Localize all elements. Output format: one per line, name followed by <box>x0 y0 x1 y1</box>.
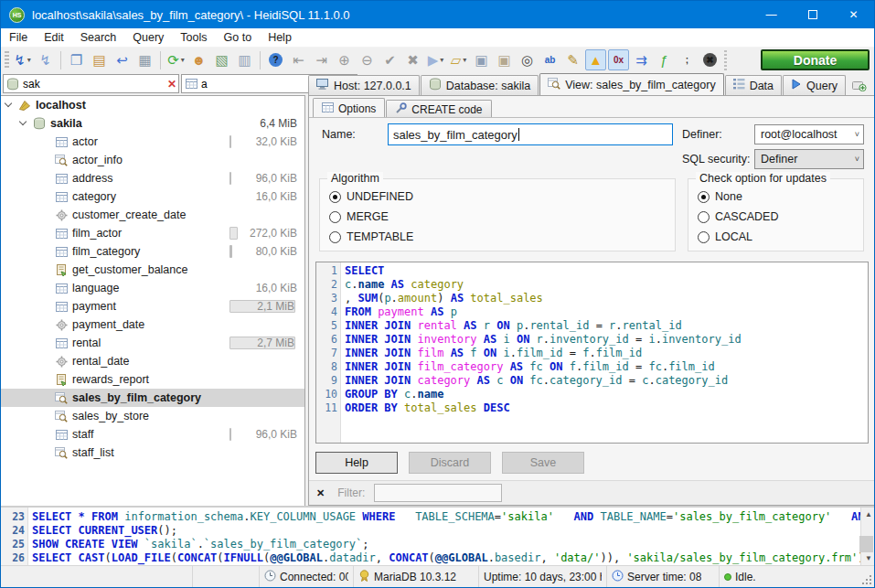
disconnect-icon[interactable]: ↯ <box>35 49 56 70</box>
menu-item-tools[interactable]: Tools <box>172 28 215 47</box>
tree-item-rewards_report[interactable]: rewards_report <box>1 370 304 389</box>
subtab-options[interactable]: Options <box>313 98 385 118</box>
save-sql-as-icon[interactable]: ▣ <box>494 49 515 70</box>
undo-icon[interactable]: ↩ <box>112 49 133 70</box>
blob-warning-icon[interactable]: ▲ <box>585 49 606 70</box>
refresh-icon[interactable]: ⟳▾ <box>165 49 187 70</box>
find-text-icon[interactable]: ◎ <box>517 49 538 70</box>
query-parameters-icon[interactable]: ƒ <box>654 49 675 70</box>
tree-item-language[interactable]: language16,0 KiB <box>1 279 304 297</box>
hex-view-icon[interactable]: 0x <box>608 49 629 70</box>
tree-item-localhost[interactable]: localhost <box>1 96 304 114</box>
tab-query[interactable]: Query <box>783 75 846 95</box>
tree-item-sales_by_film_category[interactable]: sales_by_film_category <box>1 389 304 407</box>
algorithm-radio-undefined[interactable]: UNDEFINED <box>329 187 666 207</box>
first-record-icon[interactable]: ⇤ <box>288 49 309 70</box>
sql-security-select[interactable]: Definer˅ <box>754 149 864 169</box>
revert-changes-icon[interactable]: ✖ <box>402 49 423 70</box>
reformat-sql-icon[interactable]: ✎ <box>562 49 583 70</box>
tree-item-staff[interactable]: staff96,0 KiB <box>1 425 304 444</box>
tab-view-sales-by-film-category[interactable]: View: sales_by_film_category <box>539 73 723 95</box>
run-query-icon[interactable]: ▶▾ <box>425 49 446 70</box>
help-button[interactable]: Help <box>315 452 398 474</box>
expand-caret-icon[interactable] <box>19 119 27 126</box>
tab-data[interactable]: Data <box>725 75 782 95</box>
maximize-button[interactable] <box>792 1 833 28</box>
tree-item-actor[interactable]: actor32,0 KiB <box>1 133 304 151</box>
delimiter-icon[interactable]: ; <box>677 49 698 70</box>
database-filter[interactable]: ✕ <box>3 74 179 93</box>
dropdown-caret-icon[interactable]: ▾ <box>463 56 466 64</box>
copy-table-icon[interactable]: ▥ <box>234 49 255 70</box>
delete-record-icon[interactable]: ⊖ <box>357 49 378 70</box>
toolbar-grip[interactable] <box>5 51 9 69</box>
database-filter-input[interactable] <box>23 78 165 91</box>
dropdown-caret-icon[interactable]: ▾ <box>181 56 185 64</box>
menu-item-search[interactable]: Search <box>72 28 125 47</box>
check-option-radio-none[interactable]: None <box>698 187 854 207</box>
user-manager-icon[interactable]: ☻ <box>188 49 209 70</box>
tree-item-payment[interactable]: payment2,1 MiB <box>1 297 304 315</box>
algorithm-radio-temptable[interactable]: TEMPTABLE <box>329 227 666 247</box>
minimize-button[interactable]: — <box>751 1 792 28</box>
post-changes-icon[interactable]: ✔ <box>379 49 400 70</box>
discard-button[interactable]: Discard <box>409 452 491 474</box>
definer-select[interactable]: root@localhost˅ <box>754 124 864 144</box>
menu-item-edit[interactable]: Edit <box>36 28 72 47</box>
tree-item-actor_info[interactable]: actor_info <box>1 151 304 169</box>
donate-button[interactable]: Donate <box>761 49 870 70</box>
tree-item-rental[interactable]: rental2,7 MiB <box>1 334 304 352</box>
scroll-up-icon[interactable]: ▲ <box>861 508 875 521</box>
tree-item-film_category[interactable]: film_category80,0 KiB <box>1 242 304 261</box>
check-option-radio-local[interactable]: LOCAL <box>698 227 854 247</box>
scroll-down-icon[interactable]: ▼ <box>861 551 875 565</box>
close-filter-icon[interactable]: ✕ <box>316 487 325 499</box>
tree-item-sales_by_store[interactable]: sales_by_store <box>1 407 304 425</box>
menu-item-file[interactable]: File <box>1 28 36 47</box>
close-button[interactable]: ✕ <box>833 1 874 28</box>
menu-item-query[interactable]: Query <box>124 28 172 47</box>
last-record-icon[interactable]: ⇥ <box>311 49 332 70</box>
tree-item-sakila[interactable]: sakila6,4 MiB <box>1 114 304 133</box>
save-button[interactable]: Save <box>502 452 584 474</box>
copy-icon[interactable]: ❐ <box>66 49 87 70</box>
paste-icon[interactable]: ▤ <box>89 49 110 70</box>
tree-item-address[interactable]: address96,0 KiB <box>1 169 304 187</box>
filter-input[interactable] <box>374 484 502 502</box>
dropdown-caret-icon[interactable]: ▾ <box>27 56 31 64</box>
tree-item-customer_create_date[interactable]: customer_create_date <box>1 206 304 224</box>
dropdown-caret-icon[interactable]: ▾ <box>440 56 443 64</box>
export-database-icon[interactable]: ▧ <box>211 49 232 70</box>
tree-item-staff_list[interactable]: staff_list <box>1 444 304 462</box>
session-manager-icon[interactable]: ↯▾ <box>12 49 33 70</box>
sql-source-editor[interactable]: 1234567891011 SELECTc.name AS category, … <box>315 262 869 444</box>
editor-code[interactable]: SELECTc.name AS category, SUM(p.amount) … <box>341 262 868 443</box>
clear-database-filter-icon[interactable]: ✕ <box>167 78 176 91</box>
tree-item-film_actor[interactable]: film_actor272,0 KiB <box>1 224 304 242</box>
subtab-create-code[interactable]: CREATE code <box>386 100 491 118</box>
menu-item-help[interactable]: Help <box>260 28 300 47</box>
menu-item-go-to[interactable]: Go to <box>216 28 261 47</box>
log-code[interactable]: SELECT * FROM information_schema.KEY_COL… <box>28 508 860 565</box>
tree-item-payment_date[interactable]: payment_date <box>1 315 304 334</box>
next-result-icon[interactable]: ⇉ <box>631 49 652 70</box>
resize-grip[interactable] <box>861 574 872 585</box>
tab-host-127-0-0-1[interactable]: Host: 127.0.0.1 <box>308 75 420 95</box>
stop-icon[interactable]: ✖ <box>699 49 720 70</box>
tree-item-get_customer_balance[interactable]: get_customer_balance <box>1 261 304 279</box>
save-sql-icon[interactable]: ▣ <box>471 49 492 70</box>
replace-text-icon[interactable]: ab <box>539 49 560 70</box>
new-query-tab-button[interactable] <box>847 75 872 95</box>
tree-item-category[interactable]: category16,0 KiB <box>1 187 304 206</box>
insert-record-icon[interactable]: ⊕ <box>334 49 355 70</box>
check-option-radio-cascaded[interactable]: CASCADED <box>698 207 854 227</box>
expand-caret-icon[interactable] <box>5 101 12 108</box>
tab-database-sakila[interactable]: Database: sakila <box>421 75 539 95</box>
print-icon[interactable]: ▦ <box>134 49 155 70</box>
scrollbar-thumb[interactable] <box>859 536 873 552</box>
algorithm-radio-merge[interactable]: MERGE <box>329 207 666 227</box>
load-sql-file-icon[interactable]: ▱▾ <box>448 49 469 70</box>
help-icon[interactable]: ? <box>265 49 286 70</box>
tree-item-rental_date[interactable]: rental_date <box>1 352 304 370</box>
view-name-input[interactable]: sales_by_film_category <box>388 123 673 145</box>
